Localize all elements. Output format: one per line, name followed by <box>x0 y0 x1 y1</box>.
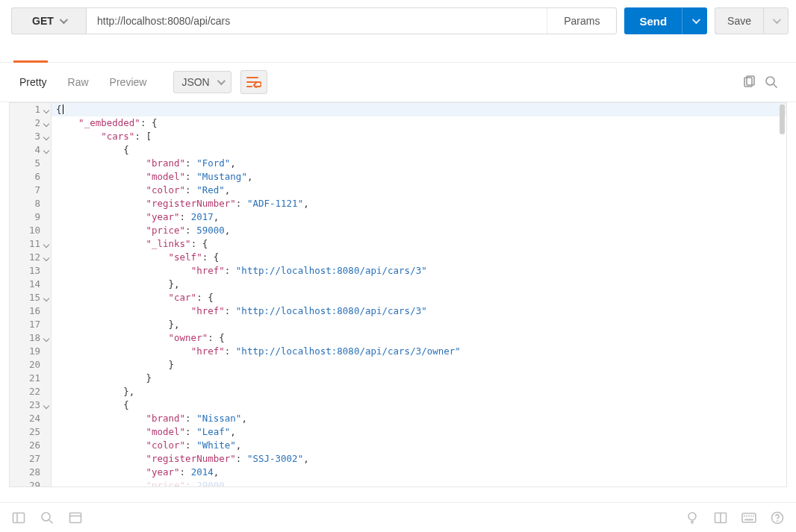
code-line[interactable]: "color": "Red", <box>52 184 786 197</box>
svg-line-7 <box>49 520 53 524</box>
chevron-down-icon <box>60 16 68 24</box>
find-button[interactable] <box>37 508 57 528</box>
help-icon <box>771 511 784 525</box>
two-pane-button[interactable] <box>711 508 730 528</box>
http-method-label: GET <box>32 15 54 27</box>
url-input[interactable] <box>87 8 547 34</box>
code-line[interactable]: }, <box>52 385 786 398</box>
active-tab-indicator <box>13 60 48 63</box>
code-line[interactable]: "brand": "Nissan", <box>52 412 786 425</box>
code-line[interactable]: { <box>52 103 786 116</box>
search-button[interactable] <box>760 71 783 93</box>
code-line[interactable]: }, <box>52 278 786 291</box>
format-label: JSON <box>181 76 209 88</box>
code-line[interactable]: "price": 29000, <box>52 479 786 486</box>
code-line[interactable]: "price": 59000, <box>52 224 786 237</box>
help-button[interactable] <box>768 508 787 528</box>
save-button[interactable]: Save <box>715 7 763 34</box>
code-line[interactable]: "href": "http://localhost:8080/api/cars/… <box>52 345 786 358</box>
view-tab-raw[interactable]: Raw <box>68 76 89 88</box>
code-line[interactable]: { <box>52 398 786 412</box>
code-line[interactable]: "self": { <box>52 251 786 264</box>
code-line[interactable]: } <box>52 358 786 372</box>
code-line[interactable]: "_embedded": { <box>52 116 786 130</box>
code-line[interactable]: "registerNumber": "SSJ-3002", <box>52 452 786 466</box>
svg-point-10 <box>688 513 696 520</box>
svg-rect-15 <box>742 513 756 522</box>
two-pane-icon <box>714 511 727 525</box>
svg-rect-8 <box>70 513 81 522</box>
format-select[interactable]: JSON <box>173 71 231 93</box>
code-line[interactable]: "color": "White", <box>52 439 786 452</box>
svg-point-6 <box>42 513 50 521</box>
code-line[interactable]: "owner": { <box>52 331 786 345</box>
params-button[interactable]: Params <box>547 8 616 34</box>
chevron-down-icon <box>217 77 225 85</box>
request-tab-strip <box>0 42 796 63</box>
response-body-editor[interactable]: 1234567891011121314151617181920212223242… <box>9 102 787 487</box>
bootcamp-button[interactable] <box>682 508 702 528</box>
code-line[interactable]: "brand": "Ford", <box>52 157 786 170</box>
panel-icon <box>12 511 25 525</box>
code-line[interactable]: { <box>52 143 786 157</box>
keyboard-icon <box>741 513 756 523</box>
chevron-down-icon <box>691 16 700 24</box>
code-line[interactable]: }, <box>52 318 786 331</box>
code-line[interactable]: } <box>52 372 786 385</box>
code-line[interactable]: "year": 2017, <box>52 210 786 224</box>
line-gutter: 1234567891011121314151617181920212223242… <box>10 103 52 486</box>
console-button[interactable] <box>66 508 85 528</box>
copy-icon <box>742 75 756 89</box>
wrap-toggle[interactable] <box>240 70 267 94</box>
status-bar <box>0 502 796 532</box>
lightbulb-icon <box>685 511 699 525</box>
copy-button[interactable] <box>738 71 760 93</box>
search-icon <box>765 75 778 89</box>
code-line[interactable]: "year": 2014, <box>52 466 786 479</box>
toggle-sidebar-button[interactable] <box>9 508 28 528</box>
view-tab-pretty[interactable]: Pretty <box>19 76 47 88</box>
search-icon <box>40 511 54 525</box>
save-dropdown[interactable] <box>763 7 789 34</box>
code-line[interactable]: "_links": { <box>52 237 786 251</box>
send-button[interactable]: Send <box>624 7 682 34</box>
svg-line-3 <box>774 84 777 88</box>
chevron-down-icon <box>773 16 781 24</box>
send-dropdown[interactable] <box>682 7 707 34</box>
code-area[interactable]: { "_embedded": { "cars": [ { "brand": "F… <box>52 103 786 486</box>
svg-rect-4 <box>13 513 25 522</box>
code-line[interactable]: "car": { <box>52 291 786 304</box>
code-line[interactable]: "model": "Mustang", <box>52 170 786 184</box>
keyboard-shortcuts-button[interactable] <box>739 508 759 528</box>
scrollbar-thumb[interactable] <box>780 104 785 134</box>
http-method-select[interactable]: GET <box>11 7 86 34</box>
wrap-icon <box>246 76 261 88</box>
svg-point-2 <box>766 77 774 85</box>
code-line[interactable]: "href": "http://localhost:8080/api/cars/… <box>52 264 786 278</box>
view-tab-preview[interactable]: Preview <box>110 76 147 88</box>
code-line[interactable]: "cars": [ <box>52 130 786 143</box>
code-line[interactable]: "model": "Leaf", <box>52 425 786 439</box>
code-line[interactable]: "registerNumber": "ADF-1121", <box>52 197 786 210</box>
console-icon <box>69 511 82 525</box>
code-line[interactable]: "href": "http://localhost:8080/api/cars/… <box>52 304 786 318</box>
